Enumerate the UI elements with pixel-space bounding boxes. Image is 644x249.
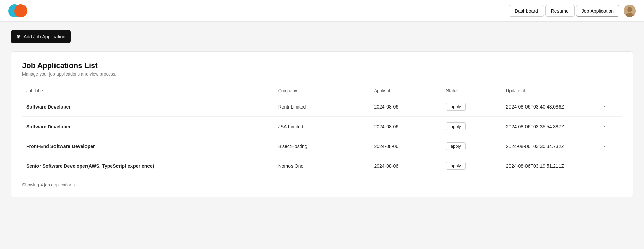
- logo-circle-orange: [14, 4, 27, 17]
- job-title-cell: Senior Software Developer(AWS, TypeScrip…: [22, 156, 274, 176]
- job-title-cell: Software Developer: [22, 117, 274, 136]
- table-row: Software Developer Renti Limited 2024-08…: [22, 97, 622, 117]
- showing-text: Showing 4 job applications: [22, 182, 622, 187]
- apply-at-cell: 2024-08-06: [370, 117, 442, 136]
- status-badge: apply: [446, 142, 466, 150]
- col-header-job-title: Job Title: [22, 85, 274, 97]
- avatar[interactable]: [624, 5, 636, 17]
- more-options-button[interactable]: ···: [602, 122, 612, 131]
- col-header-actions: [598, 85, 622, 97]
- main-content: ⊕ Add Job Application Job Applications L…: [0, 22, 644, 205]
- status-cell: apply: [442, 156, 502, 176]
- add-icon: ⊕: [16, 33, 21, 40]
- more-options-button[interactable]: ···: [602, 162, 612, 170]
- job-applications-card: Job Applications List Manage your job ap…: [11, 51, 633, 197]
- table-row: Software Developer JSA Limited 2024-08-0…: [22, 117, 622, 136]
- update-at-cell: 2024-08-06T03:40:43.086Z: [502, 97, 598, 117]
- company-cell: BisectHosting: [274, 136, 370, 156]
- job-applications-table: Job Title Company Apply at Status Update…: [22, 85, 622, 176]
- company-cell: Nomos One: [274, 156, 370, 176]
- avatar-icon: [624, 5, 636, 17]
- table-row: Front-End Software Developer BisectHosti…: [22, 136, 622, 156]
- status-cell: apply: [442, 136, 502, 156]
- resume-nav-button[interactable]: Resume: [545, 5, 575, 17]
- table-header-row: Job Title Company Apply at Status Update…: [22, 85, 622, 97]
- job-title-cell: Software Developer: [22, 97, 274, 117]
- dashboard-nav-button[interactable]: Dashboard: [509, 5, 544, 17]
- svg-point-1: [627, 7, 632, 12]
- table-body: Software Developer Renti Limited 2024-08…: [22, 97, 622, 176]
- logo: [8, 3, 27, 18]
- apply-at-cell: 2024-08-06: [370, 156, 442, 176]
- status-cell: apply: [442, 117, 502, 136]
- col-header-company: Company: [274, 85, 370, 97]
- actions-cell: ···: [598, 117, 622, 136]
- job-title-cell: Front-End Software Developer: [22, 136, 274, 156]
- update-at-cell: 2024-08-06T03:35:54.387Z: [502, 117, 598, 136]
- header: Dashboard Resume Job Application: [0, 0, 644, 22]
- apply-at-cell: 2024-08-06: [370, 97, 442, 117]
- status-cell: apply: [442, 97, 502, 117]
- company-cell: Renti Limited: [274, 97, 370, 117]
- status-badge: apply: [446, 162, 466, 170]
- update-at-cell: 2024-08-06T03:30:34.732Z: [502, 136, 598, 156]
- table-row: Senior Software Developer(AWS, TypeScrip…: [22, 156, 622, 176]
- status-badge: apply: [446, 103, 466, 111]
- table-header: Job Title Company Apply at Status Update…: [22, 85, 622, 97]
- more-options-button[interactable]: ···: [602, 102, 612, 111]
- col-header-status: Status: [442, 85, 502, 97]
- logo-circles: [8, 3, 27, 18]
- actions-cell: ···: [598, 136, 622, 156]
- more-options-button[interactable]: ···: [602, 142, 612, 150]
- col-header-update-at: Update at: [502, 85, 598, 97]
- page-subtitle: Manage your job applications and view pr…: [22, 71, 622, 77]
- company-cell: JSA Limited: [274, 117, 370, 136]
- actions-cell: ···: [598, 97, 622, 117]
- add-button-label: Add Job Application: [23, 34, 65, 39]
- actions-cell: ···: [598, 156, 622, 176]
- add-job-application-button[interactable]: ⊕ Add Job Application: [11, 30, 71, 43]
- update-at-cell: 2024-08-06T03:19:51.211Z: [502, 156, 598, 176]
- header-nav: Dashboard Resume Job Application: [509, 5, 636, 17]
- page-title: Job Applications List: [22, 61, 622, 70]
- status-badge: apply: [446, 122, 466, 130]
- col-header-apply-at: Apply at: [370, 85, 442, 97]
- apply-at-cell: 2024-08-06: [370, 136, 442, 156]
- job-application-nav-button[interactable]: Job Application: [576, 5, 619, 17]
